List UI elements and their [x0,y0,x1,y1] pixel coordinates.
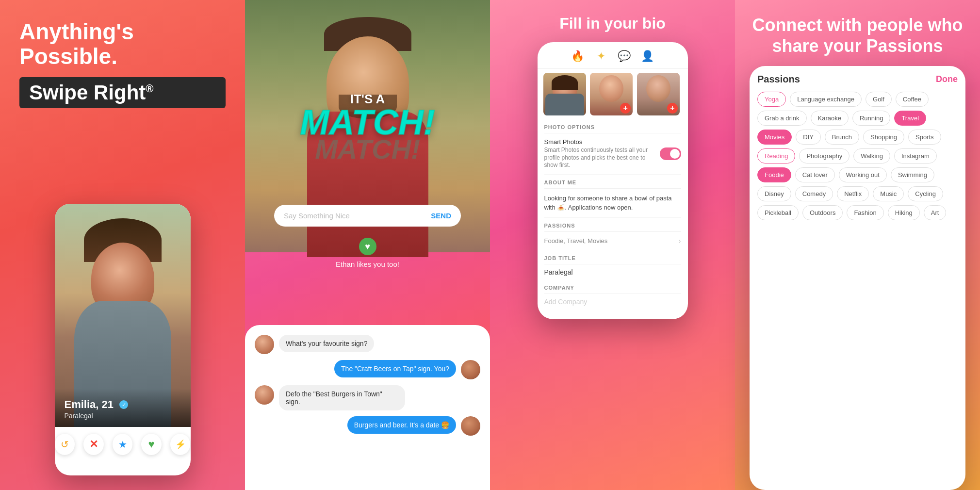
passion-tag[interactable]: Karaoke [811,111,849,126]
profile-job: Paralegal [65,412,181,420]
super-like-button[interactable]: ★ [113,434,133,455]
panel-bio: Fill in your bio 🔥 ✦ 💬 👤 + + [490,0,735,490]
verified-badge [119,400,128,409]
passion-tag[interactable]: Disney [757,186,791,201]
chat-message-1: What's your favourite sign? [255,335,480,354]
about-me-text: Looking for someone to share a bowl of p… [544,189,681,218]
phone-mockup-3: 🔥 ✦ 💬 👤 + + PHOTO OPTIONS [538,42,688,319]
job-title-value[interactable]: Paralegal [544,264,681,280]
panel-passions: Connect with people who share your Passi… [735,0,980,490]
undo-button[interactable]: ↺ [55,434,75,455]
tags-container: YogaLanguage exchangeGolfCoffeeGrab a dr… [757,92,958,220]
smart-photos-toggle[interactable] [660,147,681,160]
passion-tag[interactable]: Running [852,111,890,126]
nope-button[interactable]: ✕ [83,434,104,455]
chat-message-2: The "Craft Beers on Tap" sign. You? [255,360,480,379]
passion-tag[interactable]: Yoga [757,92,786,107]
passion-tag[interactable]: Music [873,186,904,201]
bio-headline: Fill in your bio [559,15,666,33]
photo-thumb-2[interactable]: + [590,73,633,115]
passions-title: Passions [757,74,800,85]
smart-photos-desc: Smart Photos continuously tests all your… [544,147,660,169]
passion-tag[interactable]: Swimming [891,167,934,182]
chat-bubble-4: Burgers and beer. It's a date 🍔 [347,416,456,434]
company-input[interactable]: Add Company [544,294,681,310]
send-button[interactable]: SEND [431,212,451,220]
chat-section: What's your favourite sign? The "Craft B… [245,325,490,490]
passions-value: Foodie, Travel, Movies [544,237,608,245]
passion-tag[interactable]: Outdoors [802,205,843,220]
panel1-headline: Anything's Possible. [19,19,226,68]
say-something-box[interactable]: Say Something Nice SEND [274,205,461,227]
chat-avatar-1 [255,335,274,354]
photo-options-header: PHOTO OPTIONS [544,119,681,133]
chat-avatar-4 [461,416,480,436]
chat-bubble-1: What's your favourite sign? [279,335,374,352]
panel-swipe-right: Anything's Possible. Swipe Right® Emilia… [0,0,245,490]
chat-icon[interactable]: 💬 [617,49,632,64]
passion-tag[interactable]: Walking [853,148,890,163]
swipe-right-text: Swipe Right® [29,81,154,104]
passion-tag[interactable]: Instagram [894,148,937,163]
passion-tag[interactable]: DIY [796,130,821,145]
passion-tag[interactable]: Foodie [757,167,791,182]
add-photo-button-2[interactable]: + [620,103,631,114]
passion-tag[interactable]: Pickleball [757,205,799,220]
passions-modal-header: Passions Done [757,74,958,85]
passion-tag[interactable]: Travel [894,111,926,126]
passion-tag[interactable]: Golf [866,92,892,107]
chat-bubble-2: The "Craft Beers on Tap" sign. You? [334,360,456,377]
passions-row[interactable]: Foodie, Travel, Movies › [544,232,681,250]
card-info: Emilia, 21 Paralegal [55,389,191,427]
chevron-icon: › [678,237,681,245]
photo-grid: + + [538,69,688,119]
headline-line2: Possible. [19,44,117,69]
about-me-header: ABOUT ME [544,175,681,189]
passion-tag[interactable]: Fashion [847,205,883,220]
smart-photos-row: Smart Photos Smart Photos continuously t… [544,133,681,175]
passion-tag[interactable]: Hiking [888,205,920,220]
passion-tag[interactable]: Comedy [795,186,833,201]
passion-tag[interactable]: Language exchange [790,92,862,107]
done-button[interactable]: Done [936,74,958,84]
chat-message-4: Burgers and beer. It's a date 🍔 [255,416,480,436]
photo-thumb-1[interactable] [543,73,586,115]
like-button[interactable]: ♥ [141,434,162,455]
passion-tag[interactable]: Art [924,205,947,220]
passion-tag[interactable]: Shopping [863,130,904,145]
panel-match: IT'S A MATCH! MATCH! ♥ Ethan likes you t… [245,0,490,490]
job-title-header: JOB TITLE [544,250,681,264]
person-icon[interactable]: 👤 [640,49,655,64]
passion-tag[interactable]: Netflix [837,186,869,201]
card-actions: ↺ ✕ ★ ♥ ⚡ [55,427,191,460]
passion-tag[interactable]: Photography [799,148,849,163]
bio-section: PHOTO OPTIONS Smart Photos Smart Photos … [538,119,688,310]
boost-button[interactable]: ⚡ [170,434,191,455]
passion-tag[interactable]: Cat lover [795,167,835,182]
profile-photo-area: Emilia, 21 Paralegal [55,204,191,427]
photo-thumb-3[interactable]: + [637,73,680,115]
match-overlay: IT'S A MATCH! MATCH! [245,92,490,165]
company-header: COMPANY [544,280,681,294]
passion-tag[interactable]: Working out [839,167,887,182]
profile-name: Emilia, 21 [65,398,114,411]
phone-mockup-1: Emilia, 21 Paralegal ↺ ✕ ★ ♥ ⚡ [55,204,191,475]
say-something-input[interactable]: Say Something Nice [284,212,350,220]
passion-tag[interactable]: Grab a drink [757,111,807,126]
passion-tag[interactable]: Cycling [908,186,943,201]
headline-line1: Anything's [19,19,134,44]
passion-tag[interactable]: Reading [757,148,795,163]
passion-tag[interactable]: Movies [757,130,792,145]
phone-mockup-4: Passions Done YogaLanguage exchangeGolfC… [750,66,965,490]
flame-icon[interactable]: 🔥 [571,49,585,64]
passion-tag[interactable]: Coffee [896,92,929,107]
smart-photos-label: Smart Photos [544,138,660,146]
star-icon[interactable]: ✦ [594,49,608,64]
add-photo-button-3[interactable]: + [667,103,678,114]
match-subtitle: Ethan likes you too! [336,260,399,268]
chat-avatar-3 [255,385,274,405]
passion-tag[interactable]: Brunch [825,130,859,145]
top-nav-bar: 🔥 ✦ 💬 👤 [538,42,688,69]
chat-bubble-3: Defo the "Best Burgers in Town" sign. [279,385,405,410]
passion-tag[interactable]: Sports [908,130,941,145]
